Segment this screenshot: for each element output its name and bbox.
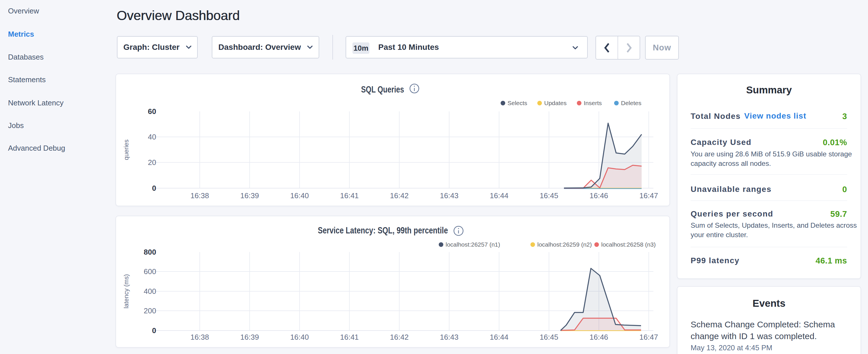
svg-text:Inserts: Inserts (584, 100, 602, 106)
svg-text:16:40: 16:40 (290, 191, 309, 200)
svg-text:Selects: Selects (507, 100, 527, 106)
svg-text:16:41: 16:41 (340, 191, 359, 200)
svg-text:16:43: 16:43 (440, 191, 459, 200)
svg-text:Service Latency: SQL, 99th per: Service Latency: SQL, 99th percentile (318, 225, 448, 235)
svg-text:600: 600 (144, 267, 156, 276)
svg-text:localhost:26259 (n2): localhost:26259 (n2) (537, 241, 592, 248)
svg-text:16:46: 16:46 (589, 333, 608, 342)
svg-text:SQL Queries: SQL Queries (361, 85, 404, 95)
svg-text:16:42: 16:42 (390, 191, 409, 200)
svg-text:localhost:26258 (n3): localhost:26258 (n3) (601, 241, 656, 248)
svg-text:16:39: 16:39 (241, 333, 259, 342)
svg-text:40: 40 (148, 133, 156, 141)
svg-text:0: 0 (152, 184, 156, 192)
svg-text:16:38: 16:38 (190, 191, 209, 200)
svg-text:0: 0 (152, 326, 156, 335)
svg-text:200: 200 (144, 307, 156, 315)
svg-text:16:44: 16:44 (490, 191, 508, 200)
svg-text:16:38: 16:38 (190, 333, 209, 342)
svg-text:localhost:26257 (n1): localhost:26257 (n1) (445, 241, 500, 248)
svg-text:20: 20 (148, 158, 156, 167)
svg-text:400: 400 (144, 287, 156, 296)
svg-text:16:43: 16:43 (440, 333, 459, 342)
svg-text:16:47: 16:47 (639, 333, 658, 342)
svg-text:Updates: Updates (544, 100, 566, 106)
svg-text:latency (ms): latency (ms) (123, 274, 130, 309)
svg-text:16:40: 16:40 (290, 333, 309, 342)
svg-text:16:44: 16:44 (490, 333, 508, 342)
svg-text:queries: queries (123, 139, 130, 160)
svg-text:Deletes: Deletes (621, 100, 641, 106)
svg-text:16:45: 16:45 (539, 333, 558, 342)
svg-text:16:41: 16:41 (340, 333, 359, 342)
svg-text:16:47: 16:47 (639, 191, 658, 200)
svg-text:16:39: 16:39 (241, 191, 259, 200)
svg-text:16:42: 16:42 (390, 333, 409, 342)
svg-text:60: 60 (148, 107, 156, 116)
svg-text:16:45: 16:45 (539, 191, 558, 200)
svg-text:16:46: 16:46 (589, 191, 608, 200)
svg-text:800: 800 (144, 248, 156, 256)
